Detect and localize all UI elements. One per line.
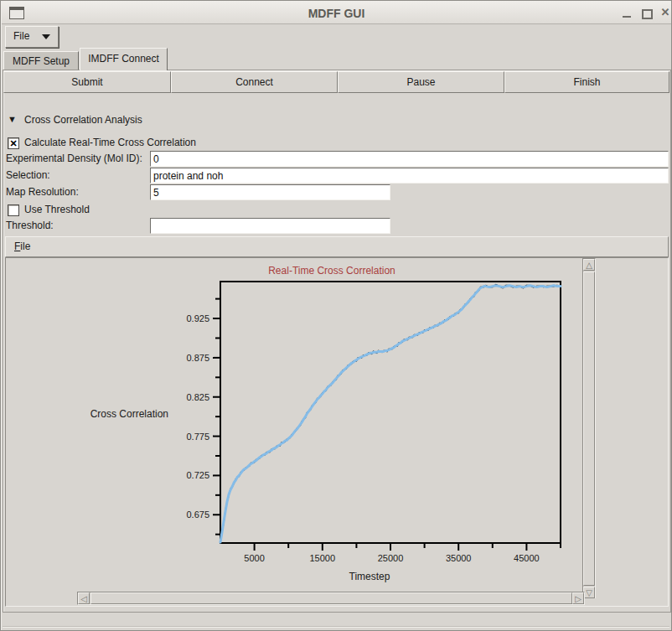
scroll-down-icon[interactable]: ▽ xyxy=(583,587,595,598)
selection-input[interactable] xyxy=(150,168,669,184)
mdff-gui-window: MDFF GUI ✕ File MDFF Setup IMDFF Connect… xyxy=(0,0,672,631)
section-header-label[interactable]: Cross Correlation Analysis xyxy=(24,114,142,126)
calc-cc-checkbox[interactable]: ✕ xyxy=(8,137,19,149)
connect-button[interactable]: Connect xyxy=(171,71,338,93)
minimize-icon[interactable] xyxy=(623,16,631,18)
y-tick-label: 0.925 xyxy=(186,313,209,323)
use-threshold-checkbox[interactable] xyxy=(8,204,19,216)
collapse-triangle-icon[interactable]: ▼ xyxy=(8,114,17,124)
dropdown-arrow-icon xyxy=(42,34,50,39)
scroll-left-icon[interactable]: ◁ xyxy=(78,592,90,604)
experimental-density-label: Experimental Density (Mol ID): xyxy=(6,153,142,164)
selection-label: Selection: xyxy=(6,169,50,181)
cc-curve-points xyxy=(220,285,561,541)
plot-horizontal-scrollbar[interactable]: ◁ ▷ xyxy=(77,592,585,605)
threshold-input[interactable] xyxy=(150,218,390,234)
y-tick-label: 0.725 xyxy=(186,470,209,480)
x-tick-label: 5000 xyxy=(244,553,264,563)
plot-menubar: File xyxy=(5,236,669,257)
y-tick-label: 0.825 xyxy=(186,392,209,402)
horizontal-scroll-thumb[interactable] xyxy=(90,592,572,604)
tab-mdff-setup[interactable]: MDFF Setup xyxy=(3,51,79,70)
cc-curve-line xyxy=(220,286,561,542)
chart-title: Real-Time Cross Correlation xyxy=(173,265,491,277)
vertical-scroll-thumb[interactable] xyxy=(583,272,595,586)
window-bottom-groove xyxy=(3,626,669,628)
plot-frame: 0.6750.7250.7750.8250.8750.9255000150002… xyxy=(5,257,669,607)
finish-button[interactable]: Finish xyxy=(504,71,669,93)
x-axis-label: Timestep xyxy=(286,571,453,582)
x-tick-label: 35000 xyxy=(446,553,472,563)
file-menu-button[interactable]: File xyxy=(5,26,59,48)
y-tick-label: 0.875 xyxy=(186,353,209,363)
map-resolution-input[interactable] xyxy=(150,184,390,200)
threshold-label: Threshold: xyxy=(6,220,54,231)
y-tick-label: 0.775 xyxy=(186,432,209,442)
map-resolution-label: Map Resolution: xyxy=(6,186,79,198)
plot-border xyxy=(220,282,561,543)
close-icon[interactable]: ✕ xyxy=(659,6,672,19)
file-menu-label: File xyxy=(13,30,29,42)
x-tick-label: 15000 xyxy=(310,553,336,563)
cc-chart-svg: 0.6750.7250.7750.8250.8750.9255000150002… xyxy=(6,258,582,605)
experimental-density-input[interactable] xyxy=(150,151,669,167)
maximize-icon[interactable] xyxy=(642,9,653,19)
y-axis-label: Cross Correlation xyxy=(34,408,168,420)
y-tick-label: 0.675 xyxy=(186,509,209,520)
pause-button[interactable]: Pause xyxy=(338,71,504,93)
checkbox-check-icon: ✕ xyxy=(8,138,18,148)
submit-button[interactable]: Submit xyxy=(3,71,171,93)
use-threshold-label: Use Threshold xyxy=(24,204,90,215)
title-bar[interactable]: MDFF GUI ✕ xyxy=(2,2,671,24)
x-tick-label: 45000 xyxy=(514,553,540,563)
tab-imdff-connect[interactable]: IMDFF Connect xyxy=(80,48,168,70)
scroll-right-icon[interactable]: ▷ xyxy=(572,592,584,604)
calc-cc-checkbox-label: Calculate Real-Time Cross Correlation xyxy=(24,137,196,148)
window-title: MDFF GUI xyxy=(2,7,671,20)
scroll-up-icon[interactable]: △ xyxy=(583,259,595,271)
plot-vertical-scrollbar[interactable]: △ ▽ xyxy=(582,258,596,598)
x-tick-label: 25000 xyxy=(378,553,404,563)
plot-file-menu[interactable]: File xyxy=(14,241,30,252)
